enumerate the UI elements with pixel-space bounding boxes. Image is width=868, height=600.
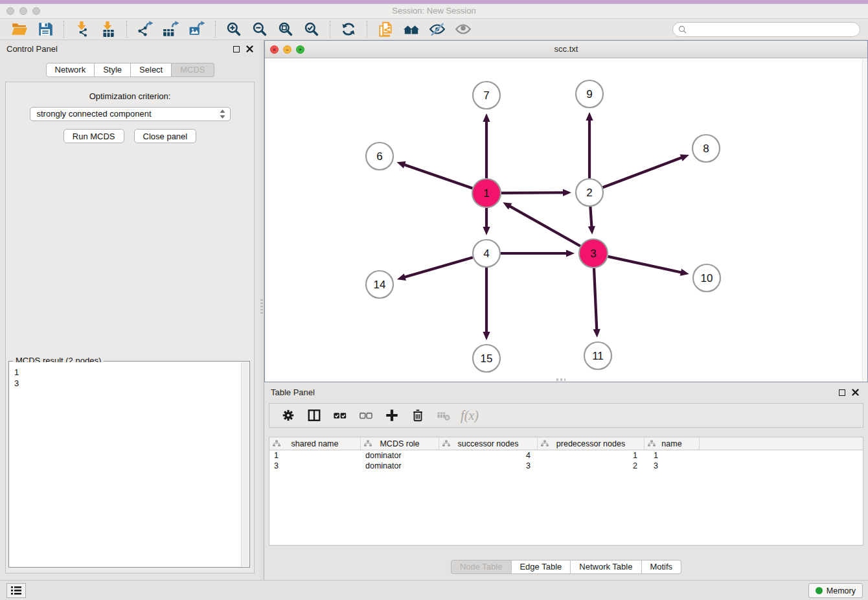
first-neighbors-icon[interactable] <box>402 20 421 38</box>
mcds-panel: Optimization criterion: strongly connect… <box>5 82 255 573</box>
zoom-in-icon[interactable] <box>224 20 244 38</box>
close-table-panel-icon[interactable] <box>852 389 859 396</box>
zoom-fit-icon[interactable] <box>276 20 295 38</box>
network-resize-grip[interactable] <box>556 378 565 381</box>
table-panel-tabs: Node TableEdge TableNetwork TableMotifs <box>451 560 681 574</box>
column-header-successor-nodes[interactable]: successor nodes <box>439 437 538 450</box>
hide-selected-icon[interactable] <box>428 20 447 38</box>
mcds-result-line: 1 <box>14 367 236 378</box>
toolbar-separator <box>126 21 127 38</box>
search-input[interactable] <box>687 25 860 34</box>
column-header-MCDS-role[interactable]: MCDS role <box>361 437 439 450</box>
cytoscape-window: Session: New Session Control Panel Netwo… <box>0 0 868 600</box>
edge-3-10[interactable] <box>608 257 681 273</box>
column-label: successor nodes <box>458 439 519 448</box>
tab-motifs[interactable]: Motifs <box>641 560 681 574</box>
column-label: MCDS role <box>380 439 419 448</box>
tab-node-table[interactable]: Node Table <box>451 560 512 574</box>
table-cell[interactable]: 1 <box>538 450 645 461</box>
table-cell[interactable]: 3 <box>439 461 538 471</box>
panel-splitter[interactable] <box>260 40 264 580</box>
toolbar-separator <box>63 21 64 38</box>
table-cell[interactable]: 3 <box>645 461 700 471</box>
table-cell[interactable]: 1 <box>645 450 700 461</box>
edge-3-1[interactable] <box>509 206 580 246</box>
network-graph-canvas[interactable]: 7968124314101511 <box>265 59 867 382</box>
add-column-icon[interactable] <box>381 406 403 425</box>
deselect-all-icon[interactable] <box>355 406 377 425</box>
task-history-button[interactable] <box>6 583 26 598</box>
close-panel-icon[interactable] <box>246 45 253 52</box>
export-table-icon[interactable] <box>161 20 181 38</box>
run-mcds-button[interactable]: Run MCDS <box>63 129 124 143</box>
export-image-icon[interactable] <box>187 20 207 38</box>
table-cell[interactable]: 2 <box>538 461 645 471</box>
graph-node-label: 7 <box>483 89 489 102</box>
mcds-result-list[interactable]: 13 <box>10 362 241 566</box>
graph-node-label: 3 <box>590 248 596 260</box>
edge-arrowhead <box>397 273 406 281</box>
export-network-icon[interactable] <box>135 20 155 38</box>
column-header-shared-name[interactable]: shared name <box>269 437 361 450</box>
refresh-view-icon[interactable] <box>339 20 358 38</box>
tab-edge-table[interactable]: Edge Table <box>511 560 571 574</box>
import-table-icon[interactable] <box>98 20 118 38</box>
tab-select[interactable]: Select <box>131 63 172 77</box>
table-row[interactable]: 1dominator411 <box>269 450 863 461</box>
duplicate-network-icon[interactable] <box>376 20 395 38</box>
table-cell[interactable]: 4 <box>439 450 538 461</box>
graph-node-label: 10 <box>701 272 713 284</box>
graph-node-label: 1 <box>483 187 489 200</box>
search-field[interactable] <box>672 22 860 37</box>
open-session-icon[interactable] <box>10 20 29 38</box>
settings-icon[interactable] <box>277 406 299 425</box>
graph-node-label: 8 <box>703 143 709 155</box>
edge-1-6[interactable] <box>404 165 472 189</box>
table-cell[interactable]: 1 <box>269 450 361 461</box>
result-scrollbar[interactable] <box>241 362 249 566</box>
table-cell[interactable]: dominator <box>361 450 439 461</box>
delete-column-icon[interactable] <box>407 406 429 425</box>
edge-3-11[interactable] <box>594 268 597 330</box>
toolbar-separator <box>330 21 330 38</box>
column-label: shared name <box>291 439 339 448</box>
graph-node-label: 2 <box>586 187 592 199</box>
window-title: Session: New Session <box>0 6 868 16</box>
close-panel-button[interactable]: Close panel <box>134 129 197 143</box>
network-view-window: × − + scc.txt 7968124314101511 <box>264 40 868 382</box>
tab-network-table[interactable]: Network Table <box>571 560 641 574</box>
float-table-panel-icon[interactable] <box>839 389 845 396</box>
save-session-icon[interactable] <box>36 20 55 38</box>
edge-1-2[interactable] <box>501 192 564 193</box>
split-panel-icon[interactable] <box>303 406 325 425</box>
tab-mcds[interactable]: MCDS <box>172 63 214 77</box>
show-all-icon[interactable] <box>453 20 473 38</box>
select-all-icon[interactable] <box>329 406 351 425</box>
import-network-icon[interactable] <box>73 20 92 38</box>
splitter-grip <box>260 299 263 314</box>
table-row[interactable]: 3dominator323 <box>269 461 863 471</box>
criterion-value: strongly connected component <box>37 109 152 119</box>
network-vertical-scrollbar[interactable] <box>862 59 867 382</box>
tab-network[interactable]: Network <box>45 63 95 77</box>
edge-2-3[interactable] <box>590 207 591 227</box>
network-window-titlebar[interactable]: × − + scc.txt <box>265 41 867 58</box>
zoom-selected-icon[interactable] <box>302 20 321 38</box>
memory-button[interactable]: Memory <box>808 583 863 598</box>
column-header-predecessor-nodes[interactable]: predecessor nodes <box>538 437 645 450</box>
tab-style[interactable]: Style <box>95 63 131 77</box>
mcds-result-group: MCDS result (2 nodes) 13 <box>8 361 250 568</box>
edge-4-14[interactable] <box>404 257 472 277</box>
table-panel-title: Table Panel <box>271 387 315 397</box>
column-header-name[interactable]: name <box>645 437 700 450</box>
table-header-row: shared nameMCDS rolesuccessor nodesprede… <box>269 437 863 450</box>
table-cell[interactable]: 3 <box>269 461 361 471</box>
table-cell[interactable]: dominator <box>361 461 439 471</box>
table-panel: Table Panel f(x) shared nameMCDS rolesuc… <box>264 382 868 580</box>
control-panel-tabs: NetworkStyleSelectMCDS <box>45 63 214 77</box>
criterion-dropdown[interactable]: strongly connected component <box>30 107 231 121</box>
zoom-out-icon[interactable] <box>250 20 269 38</box>
edge-2-8[interactable] <box>603 157 683 187</box>
float-panel-icon[interactable] <box>233 46 240 52</box>
status-bar: Memory <box>0 580 868 600</box>
